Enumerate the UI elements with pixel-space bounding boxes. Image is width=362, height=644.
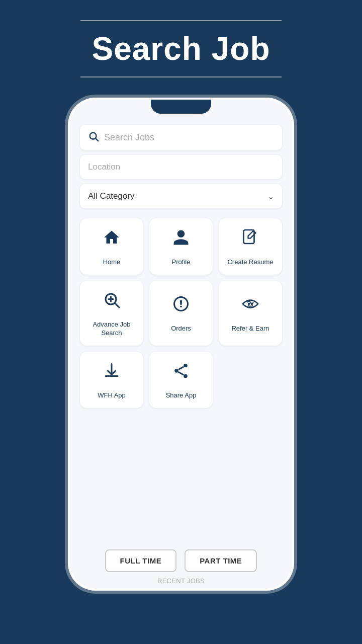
recent-jobs-hint: RECENT JOBS bbox=[157, 577, 205, 585]
part-time-button[interactable]: PART TIME bbox=[185, 549, 257, 572]
search-input[interactable]: Search Jobs bbox=[104, 132, 154, 143]
advance-search-icon bbox=[103, 291, 121, 315]
profile-icon bbox=[172, 228, 190, 253]
menu-item-orders[interactable]: Orders bbox=[149, 281, 213, 346]
share-icon bbox=[172, 362, 190, 386]
page-title: Search Job bbox=[0, 30, 362, 67]
refer-earn-icon bbox=[241, 295, 259, 319]
bottom-section: FULL TIME PART TIME RECENT JOBS bbox=[70, 549, 292, 589]
download-icon bbox=[103, 362, 121, 386]
resume-icon bbox=[241, 228, 259, 253]
svg-line-16 bbox=[178, 372, 184, 375]
category-dropdown[interactable]: All Category ⌄ bbox=[80, 184, 282, 208]
svg-line-1 bbox=[96, 138, 98, 141]
svg-point-11 bbox=[251, 303, 253, 305]
menu-item-wfh-app-label: WFH App bbox=[98, 391, 126, 400]
search-icon bbox=[88, 131, 99, 144]
menu-item-profile-label: Profile bbox=[172, 258, 191, 267]
category-selected: All Category bbox=[88, 191, 135, 201]
menu-item-refer-earn-label: Refer & Earn bbox=[231, 325, 269, 333]
svg-point-12 bbox=[184, 363, 188, 367]
job-type-buttons: FULL TIME PART TIME bbox=[105, 549, 257, 572]
phone-content: Search Jobs Location All Category ⌄ Home bbox=[70, 100, 292, 589]
menu-item-orders-label: Orders bbox=[171, 325, 191, 333]
menu-item-create-resume-label: Create Resume bbox=[227, 258, 273, 267]
full-time-button[interactable]: FULL TIME bbox=[105, 549, 177, 572]
menu-item-share-app[interactable]: Share App bbox=[149, 352, 213, 408]
svg-line-15 bbox=[178, 366, 184, 369]
svg-point-14 bbox=[184, 374, 188, 378]
phone-mockup: Search Jobs Location All Category ⌄ Home bbox=[68, 98, 294, 591]
menu-item-create-resume[interactable]: Create Resume bbox=[219, 218, 282, 275]
menu-item-advance-job-search[interactable]: Advance Job Search bbox=[80, 281, 143, 346]
menu-grid: Home Profile Create Resume bbox=[80, 218, 282, 408]
svg-point-10 bbox=[248, 303, 250, 305]
menu-item-home-label: Home bbox=[103, 258, 121, 267]
menu-item-refer-earn[interactable]: Refer & Earn bbox=[219, 281, 282, 346]
phone-notch bbox=[151, 100, 211, 114]
menu-item-share-app-label: Share App bbox=[166, 391, 197, 400]
menu-item-advance-job-search-label: Advance Job Search bbox=[85, 320, 138, 338]
page-title-area: Search Job bbox=[0, 0, 362, 88]
location-input[interactable]: Location bbox=[80, 155, 282, 179]
search-bar[interactable]: Search Jobs bbox=[80, 125, 282, 150]
home-icon bbox=[103, 228, 121, 253]
title-line-top bbox=[80, 20, 282, 21]
svg-point-13 bbox=[174, 369, 178, 373]
chevron-down-icon: ⌄ bbox=[267, 192, 274, 201]
svg-point-9 bbox=[180, 306, 182, 308]
location-placeholder: Location bbox=[88, 162, 120, 172]
menu-item-home[interactable]: Home bbox=[80, 218, 143, 275]
menu-item-wfh-app[interactable]: WFH App bbox=[80, 352, 143, 408]
svg-line-4 bbox=[115, 303, 119, 307]
menu-item-profile[interactable]: Profile bbox=[149, 218, 213, 275]
title-line-bottom bbox=[80, 76, 282, 77]
orders-icon bbox=[172, 295, 190, 319]
